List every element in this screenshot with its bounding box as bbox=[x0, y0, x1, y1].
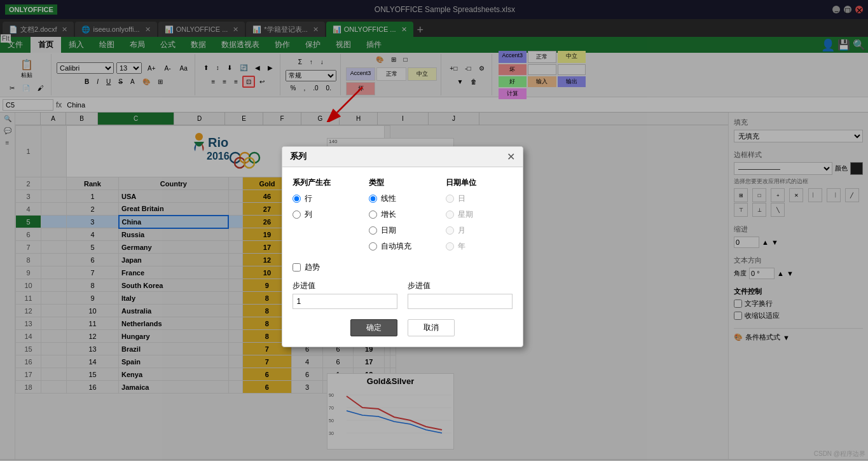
watermark: CSDN @程序边界 bbox=[814, 450, 865, 458]
date-unit-year-label: 年 bbox=[458, 241, 465, 252]
date-unit-month-label: 月 bbox=[458, 225, 465, 236]
modal-ok-button[interactable]: 确定 bbox=[350, 319, 397, 336]
type-autofill-option[interactable]: 自动填充 bbox=[369, 241, 436, 252]
modal-sections-grid: 系列产生在 行 列 类型 bbox=[293, 177, 513, 252]
step-value-section: 步进值 1 bbox=[293, 280, 397, 309]
series-col-option[interactable]: 列 bbox=[293, 209, 359, 220]
type-title: 类型 bbox=[369, 177, 436, 188]
modal-title: 系列 bbox=[290, 151, 307, 162]
stop-value-input[interactable] bbox=[408, 294, 513, 309]
trend-checkbox[interactable] bbox=[293, 263, 301, 272]
date-unit-year-radio[interactable] bbox=[446, 242, 454, 251]
stop-value-section: 步进值 bbox=[408, 280, 513, 309]
type-growth-radio[interactable] bbox=[369, 210, 377, 219]
trend-label: 趋势 bbox=[305, 262, 320, 273]
date-unit-day-label: 日 bbox=[458, 193, 465, 204]
modal-footer: 确定 取消 bbox=[293, 319, 513, 336]
stop-value-label: 步进值 bbox=[408, 280, 513, 291]
series-modal: 系列 ✕ 系列产生在 行 列 bbox=[282, 146, 523, 347]
date-unit-month-option[interactable]: 月 bbox=[446, 225, 513, 236]
series-row-label: 行 bbox=[305, 193, 312, 204]
series-source-options: 行 列 bbox=[293, 193, 359, 220]
date-unit-options: 日 星期 月 年 bbox=[446, 193, 513, 252]
series-col-label: 列 bbox=[305, 209, 312, 220]
type-autofill-radio[interactable] bbox=[369, 242, 377, 251]
type-growth-option[interactable]: 增长 bbox=[369, 209, 436, 220]
step-values-grid: 步进值 1 步进值 bbox=[293, 280, 513, 309]
type-linear-option[interactable]: 线性 bbox=[369, 193, 436, 204]
date-unit-year-option[interactable]: 年 bbox=[446, 241, 513, 252]
type-section: 类型 线性 增长 日期 bbox=[369, 177, 436, 252]
step-value-input[interactable]: 1 bbox=[293, 294, 397, 309]
type-growth-label: 增长 bbox=[381, 209, 396, 220]
type-date-radio[interactable] bbox=[369, 226, 377, 235]
step-value-label: 步进值 bbox=[293, 280, 397, 291]
date-unit-day-radio[interactable] bbox=[446, 195, 454, 203]
date-unit-title: 日期单位 bbox=[446, 177, 513, 188]
type-autofill-label: 自动填充 bbox=[381, 241, 411, 252]
trend-section: 趋势 bbox=[293, 262, 513, 273]
modal-body: 系列产生在 行 列 类型 bbox=[282, 167, 523, 347]
modal-cancel-button[interactable]: 取消 bbox=[408, 319, 455, 336]
date-unit-week-option[interactable]: 星期 bbox=[446, 209, 513, 220]
type-linear-radio[interactable] bbox=[369, 195, 377, 203]
date-unit-week-label: 星期 bbox=[458, 209, 473, 220]
modal-close-button[interactable]: ✕ bbox=[507, 151, 515, 163]
trend-checkbox-label[interactable]: 趋势 bbox=[293, 262, 513, 273]
series-row-radio[interactable] bbox=[293, 195, 301, 203]
type-date-label: 日期 bbox=[381, 225, 396, 236]
date-unit-week-radio[interactable] bbox=[446, 210, 454, 219]
type-date-option[interactable]: 日期 bbox=[369, 225, 436, 236]
type-linear-label: 线性 bbox=[381, 193, 396, 204]
series-source-title: 系列产生在 bbox=[293, 177, 359, 188]
type-options: 线性 增长 日期 自动填充 bbox=[369, 193, 436, 252]
modal-overlay[interactable]: 系列 ✕ 系列产生在 行 列 bbox=[0, 0, 868, 461]
modal-header: 系列 ✕ bbox=[282, 147, 523, 167]
date-unit-section: 日期单位 日 星期 月 bbox=[446, 177, 513, 252]
series-col-radio[interactable] bbox=[293, 210, 301, 219]
series-source-section: 系列产生在 行 列 bbox=[293, 177, 359, 252]
series-row-option[interactable]: 行 bbox=[293, 193, 359, 204]
date-unit-month-radio[interactable] bbox=[446, 226, 454, 235]
date-unit-day-option[interactable]: 日 bbox=[446, 193, 513, 204]
